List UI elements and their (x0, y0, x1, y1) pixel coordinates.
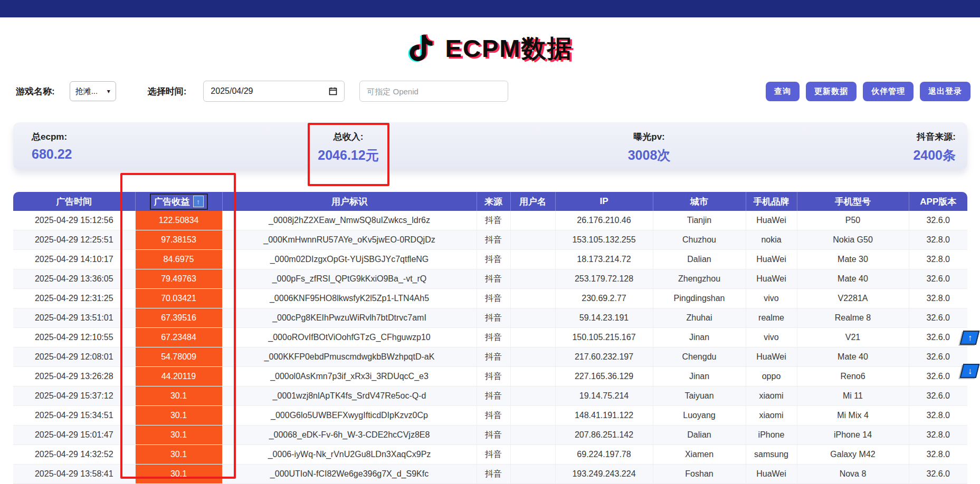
cell-ad-revenue: 54.78009 (135, 347, 222, 367)
cell-ip: 153.105.132.255 (555, 230, 653, 250)
column-header-ad-time: 广告时间 (13, 192, 135, 211)
cell-city: Jinan (653, 367, 746, 386)
cell-user-id: _00068_eDK-Fv-6h_W-3-CDE2hcCVjz8E8 (222, 425, 477, 445)
cell-user-id: _0006KNF95HO8lkwsfyK2l5Zp1-LTN4Ah5 (222, 289, 477, 308)
column-header-phone-brand: 手机品牌 (746, 192, 797, 211)
cell-source: 抖音 (477, 464, 510, 484)
cell-source: 抖音 (477, 386, 510, 406)
cell-ad-time: 2025-04-29 12:31:25 (13, 289, 135, 308)
cell-user-id: _000pFs_zfRSI_QPtG9kKxiO9Ba_-vt_rQ (222, 269, 477, 289)
cell-app-version: 32.8.0 (909, 230, 967, 250)
cell-source: 抖音 (477, 230, 510, 250)
cell-source: 抖音 (477, 250, 510, 269)
cell-ad-revenue: 67.39516 (135, 308, 222, 328)
cell-city: Pingdingshan (653, 289, 746, 308)
cell-ip: 19.14.75.214 (555, 386, 653, 406)
cell-ip: 253.179.72.128 (555, 269, 653, 289)
cell-ad-time: 2025-04-29 15:01:47 (13, 425, 135, 445)
table-row: 2025-04-29 12:10:5567.23484_000oROvIfBOt… (13, 328, 967, 347)
cell-ad-revenue: 30.1 (135, 425, 222, 445)
cell-app-version: 32.6.0 (909, 386, 967, 406)
cell-user-id: _000cPg8KEIhPwzuWiRvlh7btDtrvc7amI (222, 308, 477, 328)
stats-summary-bar: 总ecpm: 680.22 总收入: 2046.12元 曝光pv: 3008次 … (13, 122, 967, 170)
cell-username (510, 211, 555, 230)
cell-ad-revenue: 30.1 (135, 464, 222, 484)
action-buttons: 查询 更新数据 伙伴管理 退出登录 (766, 82, 971, 101)
time-label: 选择时间: (148, 85, 187, 98)
cell-ad-revenue: 67.23484 (135, 328, 222, 347)
cell-user-id: _000m02DIzgxOpGt-YUjSBGJYc7qtfleNG (222, 250, 477, 269)
cell-username (510, 464, 555, 484)
cell-city: Taiyuan (653, 386, 746, 406)
cell-phone-model: V2281A (797, 289, 909, 308)
cell-app-version: 32.6.0 (909, 308, 967, 328)
stat-exposure-pv: 曝光pv: 3008次 (583, 131, 715, 164)
cell-phone-model: V21 (797, 328, 909, 347)
cell-phone-brand: HuaWei (746, 347, 797, 367)
page-header: ECPM数据 (0, 22, 980, 75)
table-row: 2025-04-29 12:08:0154.78009_000KKFP0ebdP… (13, 347, 967, 367)
cell-username (510, 250, 555, 269)
cell-user-id: _000KKFP0ebdPmuscmdwgkbBWzhpqtD-aK (222, 347, 477, 367)
column-header-label: 广告收益 (154, 196, 190, 208)
scroll-up-button[interactable]: ↑ (960, 331, 980, 345)
ecpm-data-table: 广告时间广告收益↑用户标识来源用户名IP城市手机品牌手机型号APP版本 2025… (13, 192, 967, 484)
column-header-user-id: 用户标识 (222, 192, 477, 211)
update-data-button[interactable]: 更新数据 (806, 82, 857, 101)
table-row: 2025-04-29 15:37:1230.1_0001wzj8nlApTK4f… (13, 386, 967, 406)
game-name-label: 游戏名称: (16, 85, 55, 98)
cell-user-id: _0008j2hZ2XEaw_NmwSQ8uIZwkcs_ldr6z (222, 211, 477, 230)
cell-ip: 69.224.197.78 (555, 445, 653, 464)
cell-ad-time: 2025-04-29 15:37:12 (13, 386, 135, 406)
cell-city: Tianjin (653, 211, 746, 230)
cell-username (510, 289, 555, 308)
cell-phone-model: Nokia G50 (797, 230, 909, 250)
table-row: 2025-04-29 13:36:0579.49763_000pFs_zfRSI… (13, 269, 967, 289)
cell-city: Foshan (653, 464, 746, 484)
logout-button[interactable]: 退出登录 (920, 82, 971, 101)
cell-phone-brand: vivo (746, 328, 797, 347)
table-row: 2025-04-29 13:26:2844.20119_000ol0AsKmn7… (13, 367, 967, 386)
cell-phone-model: Mate 30 (797, 250, 909, 269)
table-header-row: 广告时间广告收益↑用户标识来源用户名IP城市手机品牌手机型号APP版本 (13, 192, 967, 211)
cell-ad-time: 2025-04-29 14:32:52 (13, 445, 135, 464)
cell-ip: 150.105.215.167 (555, 328, 653, 347)
cell-phone-model: iPhone 14 (797, 425, 909, 445)
cell-user-id: _000UTIoN-fCI82We6ge396g7X_d_S9Kfc (222, 464, 477, 484)
cell-phone-brand: vivo (746, 289, 797, 308)
cell-source: 抖音 (477, 289, 510, 308)
cell-phone-model: Nova 8 (797, 464, 909, 484)
cell-username (510, 425, 555, 445)
cell-phone-brand: xiaomi (746, 386, 797, 406)
cell-username (510, 347, 555, 367)
cell-app-version: 32.8.0 (909, 250, 967, 269)
stat-total-revenue: 总收入: 2046.12元 (282, 131, 414, 164)
cell-app-version: 32.8.0 (909, 425, 967, 445)
page-title: ECPM数据 (445, 32, 573, 65)
revenue-sort-button[interactable]: 广告收益↑ (150, 193, 208, 210)
cell-phone-brand: HuaWei (746, 464, 797, 484)
cell-user-id: _0001wzj8nlApTK4fs_SrdV47Re5oc-Q-d (222, 386, 477, 406)
cell-app-version: 32.8.0 (909, 289, 967, 308)
scroll-down-button[interactable]: ↓ (960, 364, 980, 378)
date-input[interactable]: 2025/04/29 (203, 81, 345, 102)
down-arrow-icon: ↓ (968, 366, 972, 376)
column-header-phone-model: 手机型号 (797, 192, 909, 211)
query-button[interactable]: 查询 (766, 82, 800, 101)
table-row: 2025-04-29 13:58:4130.1_000UTIoN-fCI82We… (13, 464, 967, 484)
cell-app-version: 32.6.0 (909, 367, 967, 386)
cell-ip: 148.41.191.122 (555, 406, 653, 425)
stat-value: 680.22 (32, 147, 72, 162)
cell-city: Luoyang (653, 406, 746, 425)
game-select[interactable]: 抢滩... ▾ (70, 81, 116, 101)
tiktok-note-icon (407, 31, 438, 66)
partner-management-button[interactable]: 伙伴管理 (863, 82, 914, 101)
cell-app-version: 32.6.0 (909, 328, 967, 347)
openid-input[interactable] (359, 81, 508, 102)
cell-ip: 193.249.243.224 (555, 464, 653, 484)
cell-phone-brand: HuaWei (746, 250, 797, 269)
cell-username (510, 406, 555, 425)
table-body: 2025-04-29 15:12:56122.50834_0008j2hZ2XE… (13, 211, 967, 484)
table-row: 2025-04-29 15:12:56122.50834_0008j2hZ2XE… (13, 211, 967, 230)
cell-source: 抖音 (477, 367, 510, 386)
